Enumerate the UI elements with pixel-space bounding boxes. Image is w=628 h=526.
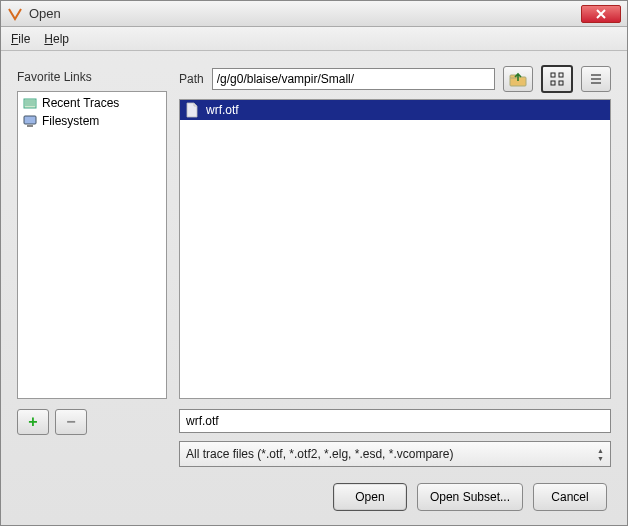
- path-label: Path: [179, 72, 204, 86]
- list-view-button[interactable]: [581, 66, 611, 92]
- favorite-item-label: Recent Traces: [42, 96, 119, 110]
- filesystem-icon: [22, 113, 38, 129]
- open-button[interactable]: Open: [333, 483, 407, 511]
- svg-rect-0: [24, 99, 36, 108]
- parent-folder-button[interactable]: [503, 66, 533, 92]
- menubar: File Help: [1, 27, 627, 51]
- favorite-item-filesystem[interactable]: Filesystem: [20, 112, 164, 130]
- file-name: wrf.otf: [206, 103, 239, 117]
- close-button[interactable]: [581, 5, 621, 23]
- svg-rect-7: [551, 81, 555, 85]
- add-favorite-button[interactable]: +: [17, 409, 49, 435]
- favorite-item-label: Filesystem: [42, 114, 99, 128]
- dropdown-arrows-icon: ▲▼: [597, 447, 604, 462]
- file-type-filter[interactable]: All trace files (*.otf, *.otf2, *.elg, *…: [179, 441, 611, 467]
- svg-rect-2: [27, 125, 33, 127]
- filter-label: All trace files (*.otf, *.otf2, *.elg, *…: [186, 447, 453, 461]
- cancel-button[interactable]: Cancel: [533, 483, 607, 511]
- open-subset-button[interactable]: Open Subset...: [417, 483, 523, 511]
- dialog-buttons: Open Open Subset... Cancel: [17, 483, 611, 511]
- menu-help[interactable]: Help: [44, 32, 69, 46]
- menu-file[interactable]: File: [11, 32, 30, 46]
- file-icon: [184, 102, 200, 118]
- app-icon: [7, 6, 23, 22]
- svg-rect-6: [559, 73, 563, 77]
- remove-favorite-button[interactable]: −: [55, 409, 87, 435]
- favorites-list: Recent Traces Filesystem: [17, 91, 167, 399]
- recent-traces-icon: [22, 95, 38, 111]
- svg-rect-8: [559, 81, 563, 85]
- svg-rect-5: [551, 73, 555, 77]
- svg-rect-1: [24, 116, 36, 124]
- path-input[interactable]: [212, 68, 495, 90]
- file-item[interactable]: wrf.otf: [180, 100, 610, 120]
- file-list[interactable]: wrf.otf: [179, 99, 611, 399]
- icon-view-button[interactable]: [541, 65, 573, 93]
- dialog-body: Favorite Links Recent Traces: [1, 51, 627, 525]
- favorites-label: Favorite Links: [17, 65, 167, 89]
- open-dialog: Open File Help Favorite Links: [0, 0, 628, 526]
- favorite-item-recent[interactable]: Recent Traces: [20, 94, 164, 112]
- window-title: Open: [29, 6, 581, 21]
- titlebar: Open: [1, 1, 627, 27]
- filename-input[interactable]: [179, 409, 611, 433]
